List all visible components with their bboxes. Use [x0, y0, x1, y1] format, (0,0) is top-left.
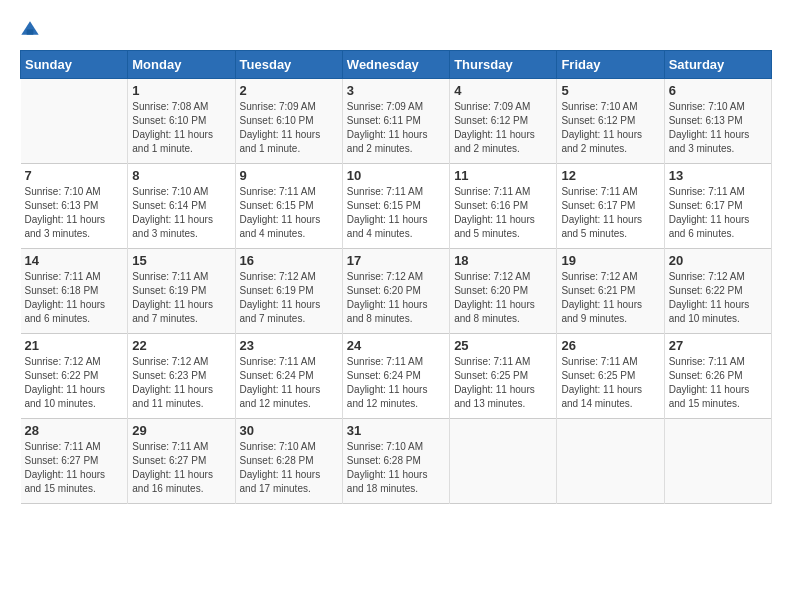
calendar-cell: 23Sunrise: 7:11 AM Sunset: 6:24 PM Dayli… — [235, 334, 342, 419]
calendar-cell: 5Sunrise: 7:10 AM Sunset: 6:12 PM Daylig… — [557, 79, 664, 164]
day-info: Sunrise: 7:11 AM Sunset: 6:19 PM Dayligh… — [132, 270, 230, 326]
day-info: Sunrise: 7:09 AM Sunset: 6:11 PM Dayligh… — [347, 100, 445, 156]
calendar-cell: 29Sunrise: 7:11 AM Sunset: 6:27 PM Dayli… — [128, 419, 235, 504]
calendar-table: SundayMondayTuesdayWednesdayThursdayFrid… — [20, 50, 772, 504]
day-info: Sunrise: 7:10 AM Sunset: 6:28 PM Dayligh… — [240, 440, 338, 496]
calendar-cell — [557, 419, 664, 504]
day-number: 15 — [132, 253, 230, 268]
calendar-cell: 14Sunrise: 7:11 AM Sunset: 6:18 PM Dayli… — [21, 249, 128, 334]
day-number: 31 — [347, 423, 445, 438]
calendar-header-row: SundayMondayTuesdayWednesdayThursdayFrid… — [21, 51, 772, 79]
day-info: Sunrise: 7:09 AM Sunset: 6:12 PM Dayligh… — [454, 100, 552, 156]
calendar-cell: 11Sunrise: 7:11 AM Sunset: 6:16 PM Dayli… — [450, 164, 557, 249]
calendar-cell: 12Sunrise: 7:11 AM Sunset: 6:17 PM Dayli… — [557, 164, 664, 249]
weekday-header-sunday: Sunday — [21, 51, 128, 79]
calendar-cell: 30Sunrise: 7:10 AM Sunset: 6:28 PM Dayli… — [235, 419, 342, 504]
day-number: 22 — [132, 338, 230, 353]
day-info: Sunrise: 7:12 AM Sunset: 6:20 PM Dayligh… — [347, 270, 445, 326]
weekday-header-tuesday: Tuesday — [235, 51, 342, 79]
calendar-cell: 24Sunrise: 7:11 AM Sunset: 6:24 PM Dayli… — [342, 334, 449, 419]
calendar-cell: 16Sunrise: 7:12 AM Sunset: 6:19 PM Dayli… — [235, 249, 342, 334]
day-info: Sunrise: 7:11 AM Sunset: 6:25 PM Dayligh… — [454, 355, 552, 411]
calendar-cell — [21, 79, 128, 164]
calendar-cell — [450, 419, 557, 504]
calendar-cell — [664, 419, 771, 504]
day-number: 30 — [240, 423, 338, 438]
weekday-header-saturday: Saturday — [664, 51, 771, 79]
calendar-cell: 25Sunrise: 7:11 AM Sunset: 6:25 PM Dayli… — [450, 334, 557, 419]
day-info: Sunrise: 7:11 AM Sunset: 6:24 PM Dayligh… — [240, 355, 338, 411]
day-number: 5 — [561, 83, 659, 98]
calendar-cell: 21Sunrise: 7:12 AM Sunset: 6:22 PM Dayli… — [21, 334, 128, 419]
day-info: Sunrise: 7:11 AM Sunset: 6:15 PM Dayligh… — [347, 185, 445, 241]
day-number: 10 — [347, 168, 445, 183]
day-number: 26 — [561, 338, 659, 353]
day-number: 1 — [132, 83, 230, 98]
day-number: 25 — [454, 338, 552, 353]
calendar-cell: 19Sunrise: 7:12 AM Sunset: 6:21 PM Dayli… — [557, 249, 664, 334]
calendar-cell: 13Sunrise: 7:11 AM Sunset: 6:17 PM Dayli… — [664, 164, 771, 249]
day-number: 4 — [454, 83, 552, 98]
logo — [20, 20, 44, 40]
day-number: 20 — [669, 253, 767, 268]
calendar-week-row: 28Sunrise: 7:11 AM Sunset: 6:27 PM Dayli… — [21, 419, 772, 504]
day-info: Sunrise: 7:11 AM Sunset: 6:24 PM Dayligh… — [347, 355, 445, 411]
weekday-header-monday: Monday — [128, 51, 235, 79]
day-number: 29 — [132, 423, 230, 438]
day-info: Sunrise: 7:12 AM Sunset: 6:21 PM Dayligh… — [561, 270, 659, 326]
day-info: Sunrise: 7:12 AM Sunset: 6:23 PM Dayligh… — [132, 355, 230, 411]
day-number: 16 — [240, 253, 338, 268]
day-number: 19 — [561, 253, 659, 268]
day-info: Sunrise: 7:10 AM Sunset: 6:13 PM Dayligh… — [669, 100, 767, 156]
calendar-cell: 17Sunrise: 7:12 AM Sunset: 6:20 PM Dayli… — [342, 249, 449, 334]
calendar-week-row: 1Sunrise: 7:08 AM Sunset: 6:10 PM Daylig… — [21, 79, 772, 164]
calendar-cell: 6Sunrise: 7:10 AM Sunset: 6:13 PM Daylig… — [664, 79, 771, 164]
day-number: 9 — [240, 168, 338, 183]
day-info: Sunrise: 7:11 AM Sunset: 6:26 PM Dayligh… — [669, 355, 767, 411]
day-number: 7 — [25, 168, 124, 183]
day-number: 18 — [454, 253, 552, 268]
day-info: Sunrise: 7:11 AM Sunset: 6:17 PM Dayligh… — [669, 185, 767, 241]
calendar-cell: 15Sunrise: 7:11 AM Sunset: 6:19 PM Dayli… — [128, 249, 235, 334]
day-number: 12 — [561, 168, 659, 183]
day-number: 14 — [25, 253, 124, 268]
calendar-cell: 28Sunrise: 7:11 AM Sunset: 6:27 PM Dayli… — [21, 419, 128, 504]
weekday-header-friday: Friday — [557, 51, 664, 79]
calendar-week-row: 14Sunrise: 7:11 AM Sunset: 6:18 PM Dayli… — [21, 249, 772, 334]
day-info: Sunrise: 7:10 AM Sunset: 6:13 PM Dayligh… — [25, 185, 124, 241]
day-info: Sunrise: 7:09 AM Sunset: 6:10 PM Dayligh… — [240, 100, 338, 156]
day-number: 11 — [454, 168, 552, 183]
calendar-cell: 18Sunrise: 7:12 AM Sunset: 6:20 PM Dayli… — [450, 249, 557, 334]
day-number: 21 — [25, 338, 124, 353]
calendar-cell: 3Sunrise: 7:09 AM Sunset: 6:11 PM Daylig… — [342, 79, 449, 164]
calendar-cell: 31Sunrise: 7:10 AM Sunset: 6:28 PM Dayli… — [342, 419, 449, 504]
weekday-header-thursday: Thursday — [450, 51, 557, 79]
logo-icon — [20, 20, 40, 40]
day-info: Sunrise: 7:11 AM Sunset: 6:17 PM Dayligh… — [561, 185, 659, 241]
day-info: Sunrise: 7:10 AM Sunset: 6:28 PM Dayligh… — [347, 440, 445, 496]
day-number: 28 — [25, 423, 124, 438]
calendar-week-row: 7Sunrise: 7:10 AM Sunset: 6:13 PM Daylig… — [21, 164, 772, 249]
calendar-cell: 2Sunrise: 7:09 AM Sunset: 6:10 PM Daylig… — [235, 79, 342, 164]
day-info: Sunrise: 7:10 AM Sunset: 6:12 PM Dayligh… — [561, 100, 659, 156]
day-number: 27 — [669, 338, 767, 353]
day-info: Sunrise: 7:11 AM Sunset: 6:25 PM Dayligh… — [561, 355, 659, 411]
day-number: 24 — [347, 338, 445, 353]
day-info: Sunrise: 7:11 AM Sunset: 6:16 PM Dayligh… — [454, 185, 552, 241]
calendar-cell: 26Sunrise: 7:11 AM Sunset: 6:25 PM Dayli… — [557, 334, 664, 419]
header — [20, 20, 772, 40]
calendar-cell: 9Sunrise: 7:11 AM Sunset: 6:15 PM Daylig… — [235, 164, 342, 249]
calendar-week-row: 21Sunrise: 7:12 AM Sunset: 6:22 PM Dayli… — [21, 334, 772, 419]
day-number: 6 — [669, 83, 767, 98]
calendar-cell: 4Sunrise: 7:09 AM Sunset: 6:12 PM Daylig… — [450, 79, 557, 164]
day-number: 3 — [347, 83, 445, 98]
day-info: Sunrise: 7:11 AM Sunset: 6:15 PM Dayligh… — [240, 185, 338, 241]
day-info: Sunrise: 7:11 AM Sunset: 6:27 PM Dayligh… — [132, 440, 230, 496]
day-info: Sunrise: 7:12 AM Sunset: 6:22 PM Dayligh… — [669, 270, 767, 326]
day-info: Sunrise: 7:10 AM Sunset: 6:14 PM Dayligh… — [132, 185, 230, 241]
day-number: 17 — [347, 253, 445, 268]
calendar-cell: 1Sunrise: 7:08 AM Sunset: 6:10 PM Daylig… — [128, 79, 235, 164]
day-info: Sunrise: 7:11 AM Sunset: 6:18 PM Dayligh… — [25, 270, 124, 326]
svg-rect-1 — [27, 29, 34, 34]
day-info: Sunrise: 7:12 AM Sunset: 6:22 PM Dayligh… — [25, 355, 124, 411]
